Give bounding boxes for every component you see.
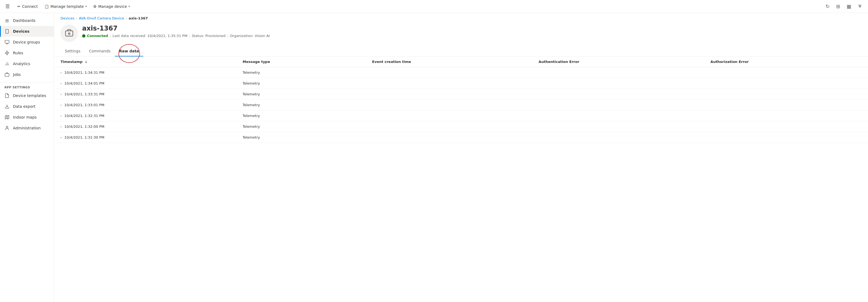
breadcrumb-devices-link[interactable]: Devices	[61, 16, 74, 20]
cell-authz-error	[704, 121, 868, 132]
sidebar-item-label: Jobs	[13, 72, 21, 77]
cell-timestamp: › 10/4/2021, 1:31:30 PM	[54, 132, 236, 143]
cell-auth-error	[532, 89, 704, 100]
cell-auth-error	[532, 132, 704, 143]
tabs: Settings Commands Raw data	[54, 46, 868, 57]
sort-icon: ↓	[85, 60, 87, 64]
sidebar-item-data-export[interactable]: Data export	[0, 101, 54, 112]
breadcrumb-sep-1: ›	[76, 16, 77, 20]
cell-timestamp: › 10/4/2021, 1:34:31 PM	[54, 67, 236, 78]
device-groups-icon	[4, 39, 10, 45]
table-row[interactable]: › 10/4/2021, 1:32:31 PM Telemetry	[54, 110, 868, 121]
svg-marker-11	[5, 115, 9, 119]
sidebar-item-devices[interactable]: Devices	[0, 26, 54, 37]
main-content: Devices › AVA Onvif Camera Device › axis…	[54, 13, 868, 302]
table-view-button[interactable]: ▦	[845, 2, 852, 10]
sidebar-item-device-templates[interactable]: Device templates	[0, 90, 54, 101]
cell-authz-error	[704, 100, 868, 110]
connected-label: Connected	[87, 34, 108, 38]
col-auth-error: Authentication Error	[532, 57, 704, 67]
device-info: axis-1367 Connected | Last data received…	[82, 25, 862, 38]
cell-authz-error	[704, 132, 868, 143]
device-name: axis-1367	[82, 25, 862, 32]
sidebar-item-administration[interactable]: Administration	[0, 123, 54, 133]
table-body: › 10/4/2021, 1:34:31 PM Telemetry › 10/4…	[54, 67, 868, 143]
cell-message-type: Telemetry	[236, 89, 366, 100]
connect-button[interactable]: ✏️ Connect	[17, 4, 38, 9]
sidebar-item-rules[interactable]: Rules	[0, 47, 54, 58]
provision-status: Status: Provisioned	[192, 34, 226, 38]
manage-template-button[interactable]: 📋 Manage template ▾	[44, 4, 87, 9]
table-row[interactable]: › 10/4/2021, 1:33:31 PM Telemetry	[54, 89, 868, 100]
devices-icon	[4, 29, 10, 34]
cell-auth-error	[532, 110, 704, 121]
cell-message-type: Telemetry	[236, 78, 366, 89]
hamburger-button[interactable]: ☰	[4, 2, 11, 10]
manage-device-button[interactable]: ⚙️ Manage device ▾	[93, 4, 130, 9]
table-row[interactable]: › 10/4/2021, 1:31:30 PM Telemetry	[54, 132, 868, 143]
svg-rect-2	[5, 40, 9, 43]
status-dot	[82, 34, 85, 38]
col-message-type: Message type	[236, 57, 366, 67]
expand-row-button[interactable]: ›	[61, 103, 62, 107]
sidebar-item-indoor-maps[interactable]: Indoor maps	[0, 112, 54, 123]
expand-row-button[interactable]: ›	[61, 125, 62, 129]
table-row[interactable]: › 10/4/2021, 1:34:01 PM Telemetry	[54, 78, 868, 89]
cell-timestamp: › 10/4/2021, 1:32:31 PM	[54, 110, 236, 121]
svg-marker-5	[5, 51, 9, 55]
sidebar-item-analytics[interactable]: Analytics	[0, 58, 54, 69]
table-row[interactable]: › 10/4/2021, 1:34:31 PM Telemetry	[54, 67, 868, 78]
cell-event-creation-time	[366, 100, 532, 110]
cell-event-creation-time	[366, 110, 532, 121]
breadcrumb-template-link[interactable]: AVA Onvif Camera Device	[79, 16, 124, 20]
sidebar-item-label: Indoor maps	[13, 115, 37, 120]
tab-settings[interactable]: Settings	[61, 46, 85, 57]
sidebar-item-label: Device templates	[13, 94, 46, 98]
device-header: axis-1367 Connected | Last data received…	[54, 23, 868, 46]
cell-message-type: Telemetry	[236, 110, 366, 121]
manage-device-icon: ⚙️	[93, 4, 97, 9]
refresh-button[interactable]: ↻	[825, 2, 831, 10]
col-authz-error: Authorization Error	[704, 57, 868, 67]
chevron-down-icon: ▾	[129, 5, 130, 8]
svg-point-16	[68, 33, 70, 35]
filter-button[interactable]: ⛛	[857, 2, 864, 10]
expand-row-button[interactable]: ›	[61, 81, 62, 86]
sidebar-nav-items: ⊞ Dashboards Devices Device groups	[0, 13, 54, 82]
cell-timestamp: › 10/4/2021, 1:33:01 PM	[54, 100, 236, 110]
administration-icon	[4, 125, 10, 131]
raw-data-table: Timestamp ↓ Message type Event creation …	[54, 57, 868, 143]
grid-view-button[interactable]: ⊞	[835, 2, 841, 10]
sidebar-item-device-groups[interactable]: Device groups	[0, 37, 54, 47]
device-templates-icon	[4, 93, 10, 98]
cell-message-type: Telemetry	[236, 121, 366, 132]
sidebar-item-label: Analytics	[13, 62, 30, 66]
table-row[interactable]: › 10/4/2021, 1:33:01 PM Telemetry	[54, 100, 868, 110]
tab-raw-data[interactable]: Raw data	[115, 46, 144, 57]
cell-message-type: Telemetry	[236, 67, 366, 78]
col-timestamp[interactable]: Timestamp ↓	[54, 57, 236, 67]
analytics-icon	[4, 61, 10, 66]
expand-row-button[interactable]: ›	[61, 114, 62, 118]
sidebar-item-dashboards[interactable]: ⊞ Dashboards	[0, 15, 54, 26]
cell-auth-error	[532, 100, 704, 110]
cell-message-type: Telemetry	[236, 100, 366, 110]
table-row[interactable]: › 10/4/2021, 1:32:00 PM Telemetry	[54, 121, 868, 132]
expand-row-button[interactable]: ›	[61, 92, 62, 96]
expand-row-button[interactable]: ›	[61, 71, 62, 74]
data-export-icon	[4, 104, 10, 109]
device-status-bar: Connected | Last data received: 10/4/202…	[82, 34, 862, 38]
dashboards-icon: ⊞	[4, 18, 10, 23]
cell-event-creation-time	[366, 67, 532, 78]
connect-icon: ✏️	[17, 4, 21, 9]
cell-auth-error	[532, 121, 704, 132]
expand-row-button[interactable]: ›	[61, 136, 62, 139]
app-body: ⊞ Dashboards Devices Device groups	[0, 13, 868, 302]
raw-data-table-container: Timestamp ↓ Message type Event creation …	[54, 57, 868, 143]
sidebar-item-jobs[interactable]: Jobs	[0, 69, 54, 80]
sidebar-item-label: Devices	[13, 29, 29, 33]
cell-event-creation-time	[366, 132, 532, 143]
indoor-maps-icon	[4, 114, 10, 120]
tab-commands[interactable]: Commands	[85, 46, 115, 57]
cell-timestamp: › 10/4/2021, 1:32:00 PM	[54, 121, 236, 132]
